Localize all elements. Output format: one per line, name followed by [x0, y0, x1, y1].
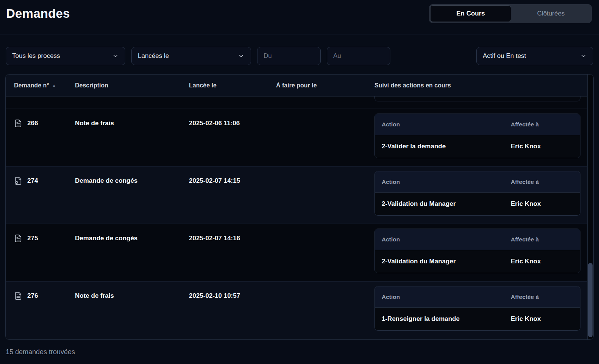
process-filter-select[interactable]: Tous les process — [6, 47, 125, 65]
filter-bar: Tous les process Lancées le Actif ou En … — [0, 34, 599, 65]
assignee-column-header: Affectée à — [511, 179, 573, 185]
action-assignee: Eric Knox — [511, 143, 573, 150]
demande-description: Demande de congés — [75, 166, 189, 224]
action-column-header: Action — [382, 294, 511, 300]
action-assignee: Eric Knox — [511, 315, 573, 323]
demande-number: 275 — [27, 235, 38, 242]
column-header-suivi-actions[interactable]: Suivi des actions en cours — [374, 82, 587, 89]
demande-due-date — [276, 109, 374, 166]
date-from-input[interactable] — [257, 47, 321, 65]
chevron-down-icon — [112, 53, 119, 59]
demande-due-date — [276, 166, 374, 224]
demande-launch-date: 2025-02-06 11:06 — [189, 109, 276, 166]
file-cog-icon — [14, 177, 22, 185]
column-header-description[interactable]: Description — [75, 82, 189, 89]
table-row[interactable]: 274 Demande de congés 2025-02-07 14:15 A… — [6, 166, 587, 224]
assignee-column-header: Affectée à — [511, 236, 573, 243]
chevron-down-icon — [238, 53, 245, 59]
demande-launch-date: 2025-02-07 14:16 — [189, 224, 276, 281]
tab-en-cours[interactable]: En Cours — [430, 5, 511, 22]
vertical-scrollbar-track[interactable] — [587, 75, 593, 339]
action-row[interactable]: 2-Validation du Manager Eric Knox — [375, 193, 580, 215]
action-subtable: Action Affectée à 1-Renseigner la demand… — [374, 286, 580, 331]
column-header-a-faire-pour-le[interactable]: À faire pour le — [276, 82, 374, 89]
demandes-table: Demande n° ▲ Description Lancée le À fai… — [5, 74, 594, 340]
file-text-icon — [14, 234, 22, 243]
demande-number: 266 — [27, 120, 38, 127]
table-row-partial[interactable] — [6, 96, 587, 109]
demande-number: 276 — [27, 292, 38, 300]
results-count: 15 demandes trouvées — [0, 340, 599, 356]
action-name: 1-Renseigner la demande — [382, 315, 511, 323]
table-row[interactable]: 266 Note de frais 2025-02-06 11:06 Actio… — [6, 109, 587, 166]
assignee-column-header: Affectée à — [511, 294, 573, 300]
action-subtable-bottom-edge — [374, 96, 580, 101]
action-name: 2-Valider la demande — [382, 143, 511, 150]
page-title: Demandes — [6, 6, 70, 21]
action-row[interactable]: 2-Valider la demande Eric Knox — [375, 135, 580, 158]
process-filter-value: Tous les process — [12, 52, 60, 60]
action-row[interactable]: 1-Renseigner la demande Eric Knox — [375, 308, 580, 330]
status-filter-value: Actif ou En test — [483, 52, 526, 60]
table-row[interactable]: 275 Demande de congés 2025-02-07 14:16 A… — [6, 224, 587, 281]
action-column-header: Action — [382, 179, 511, 185]
demande-description: Note de frais — [75, 109, 189, 166]
action-row[interactable]: 2-Validation du Manager Eric Knox — [375, 250, 580, 273]
table-row[interactable]: 276 Note de frais 2025-02-10 10:57 Actio… — [6, 281, 587, 339]
launched-filter-value: Lancées le — [138, 52, 169, 60]
demande-launch-date: 2025-02-10 10:57 — [189, 282, 276, 339]
launched-filter-select[interactable]: Lancées le — [131, 47, 251, 65]
demande-description: Note de frais — [75, 282, 189, 339]
top-bar: Demandes En Cours Clôturées — [0, 0, 599, 34]
action-name: 2-Validation du Manager — [382, 258, 511, 265]
column-header-demande-n[interactable]: Demande n° ▲ — [6, 82, 75, 89]
action-column-header: Action — [382, 121, 511, 128]
sort-asc-icon: ▲ — [52, 83, 56, 87]
demande-launch-date: 2025-02-07 14:15 — [189, 166, 276, 224]
action-column-header: Action — [382, 236, 511, 243]
status-tab-group: En Cours Clôturées — [429, 4, 592, 23]
file-text-icon — [14, 119, 22, 128]
chevron-down-icon — [580, 53, 587, 59]
action-subtable: Action Affectée à 2-Validation du Manage… — [374, 171, 580, 216]
file-text-icon — [14, 292, 22, 300]
table-header-row: Demande n° ▲ Description Lancée le À fai… — [6, 75, 587, 96]
demande-description: Demande de congés — [75, 224, 189, 281]
tab-cloturees[interactable]: Clôturées — [511, 5, 591, 22]
action-subtable: Action Affectée à 2-Validation du Manage… — [374, 229, 580, 273]
demande-number: 274 — [27, 177, 38, 185]
action-name: 2-Validation du Manager — [382, 200, 511, 208]
vertical-scrollbar-thumb[interactable] — [588, 263, 593, 337]
action-assignee: Eric Knox — [511, 200, 573, 208]
demande-due-date — [276, 224, 374, 281]
status-filter-select[interactable]: Actif ou En test — [476, 47, 593, 65]
date-to-input[interactable] — [327, 47, 390, 65]
action-assignee: Eric Knox — [511, 258, 573, 265]
assignee-column-header: Affectée à — [511, 121, 573, 128]
column-header-lancee-le[interactable]: Lancée le — [189, 82, 276, 89]
demande-due-date — [276, 282, 374, 339]
action-subtable: Action Affectée à 2-Valider la demande E… — [374, 114, 580, 158]
